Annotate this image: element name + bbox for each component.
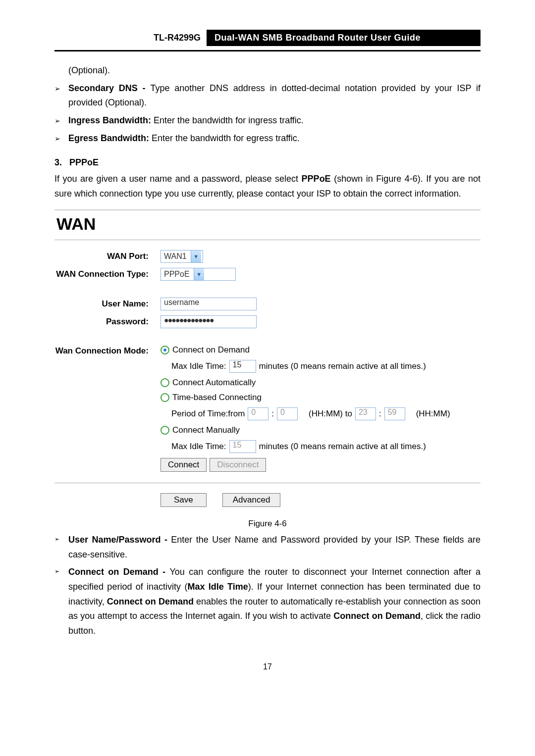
bullet-label: Connect on Demand - <box>68 567 169 577</box>
bullet-icon: ➢ <box>54 565 68 577</box>
label-conn-type: WAN Connection Type: <box>54 269 160 279</box>
row-conn-mode: Wan Connection Mode: Connect on Demand M… <box>54 345 481 512</box>
figure-caption: Figure 4-6 <box>54 519 481 529</box>
disconnect-button[interactable]: Disconnect <box>210 458 266 472</box>
section-title: PPPoE <box>69 157 99 167</box>
label-password: Password: <box>54 317 160 327</box>
input-max-idle-1[interactable]: 15 <box>229 360 256 373</box>
bullet-icon: ➢ <box>54 113 68 127</box>
radio-auto-label: Connect Automatically <box>172 378 256 388</box>
wan-panel: WAN WAN Port: WAN1 ▼ WAN Connection Type… <box>54 209 481 512</box>
input-password[interactable]: ●●●●●●●●●●●●● <box>160 315 257 328</box>
optional-line: (Optional). <box>68 63 481 78</box>
connect-buttons-row: Connect Disconnect <box>160 458 481 472</box>
radio-auto-row: Connect Automatically <box>160 378 481 388</box>
section-number-row: 3. PPPoE <box>54 157 481 168</box>
label-wan-port: WAN Port: <box>54 252 160 261</box>
bullet-icon: ➢ <box>54 533 68 545</box>
bullet-user-password: ➢ User Name/Password - Enter the User Na… <box>54 533 481 562</box>
radio-manual-label: Connect Manually <box>172 425 240 435</box>
bullet-connect-on-demand: ➢ Connect on Demand - You can configure … <box>54 565 481 638</box>
header-model: TL-R4299G <box>154 30 207 46</box>
wan-heading: WAN <box>54 210 481 240</box>
input-from-h[interactable]: 0 <box>248 407 268 420</box>
bullet-text: Enter the bandwidth for ingress traffic. <box>154 115 304 125</box>
radio-on-demand-row: Connect on Demand <box>160 345 481 355</box>
bullet-text: Enter the bandwidth for egress traffic. <box>152 133 300 143</box>
max-idle-label-2: Max Idle Time: <box>171 442 226 452</box>
select-value: PPPoE <box>161 270 194 279</box>
document-page: TL-R4299G Dual-WAN SMB Broadband Router … <box>0 0 535 701</box>
input-from-m[interactable]: 0 <box>277 407 298 420</box>
bullet-icon: ➢ <box>54 131 68 145</box>
input-username[interactable]: username <box>160 298 257 310</box>
on-demand-idle-row: Max Idle Time: 15 minutes (0 means remai… <box>171 360 481 373</box>
wan-separator-2 <box>54 483 481 483</box>
row-wan-port: WAN Port: WAN1 ▼ <box>54 250 481 263</box>
select-value: WAN1 <box>161 252 191 261</box>
bullet-label: User Name/Password - <box>68 535 171 545</box>
bullet-label: Secondary DNS - <box>68 83 150 93</box>
save-button[interactable]: Save <box>160 493 207 507</box>
section-paragraph: If you are given a user name and a passw… <box>54 172 481 201</box>
label-username: User Name: <box>54 299 160 309</box>
bullet-icon: ➢ <box>54 81 68 95</box>
select-conn-type[interactable]: PPPoE ▼ <box>160 268 236 281</box>
wan-separator <box>54 240 481 240</box>
advanced-button[interactable]: Advanced <box>222 493 281 507</box>
max-idle-label: Max Idle Time: <box>171 361 226 371</box>
input-to-m[interactable]: 59 <box>384 407 405 420</box>
section-number: 3. <box>54 157 62 167</box>
bullet-secondary-dns: ➢ Secondary DNS - Type another DNS addre… <box>54 81 481 110</box>
radio-auto[interactable] <box>160 378 169 387</box>
radio-manual-row: Connect Manually <box>160 425 481 435</box>
connect-button[interactable]: Connect <box>160 458 207 472</box>
radio-on-demand[interactable] <box>160 346 169 354</box>
chevron-down-icon: ▼ <box>191 251 201 262</box>
row-username: User Name: username <box>54 298 481 310</box>
select-wan-port[interactable]: WAN1 ▼ <box>160 250 203 263</box>
bullet-ingress: ➢ Ingress Bandwidth: Enter the bandwidth… <box>54 113 481 128</box>
radio-time-based-label: Time-based Connecting <box>172 393 262 403</box>
page-header: TL-R4299G Dual-WAN SMB Broadband Router … <box>54 30 481 46</box>
period-label: Period of Time:from <box>171 409 245 419</box>
input-max-idle-2[interactable]: 15 <box>229 440 256 453</box>
radio-on-demand-label: Connect on Demand <box>172 345 250 355</box>
manual-idle-row: Max Idle Time: 15 minutes (0 means remai… <box>171 440 481 453</box>
input-to-h[interactable]: 23 <box>355 407 376 420</box>
label-conn-mode: Wan Connection Mode: <box>54 345 160 356</box>
hhmm-end: (HH:MM) <box>416 409 450 419</box>
idle-hint: minutes (0 means remain active at all ti… <box>259 361 426 371</box>
bullet-label: Ingress Bandwidth: <box>68 115 154 125</box>
chevron-down-icon: ▼ <box>194 268 204 280</box>
row-conn-type: WAN Connection Type: PPPoE ▼ <box>54 268 481 281</box>
save-advanced-row: Save Advanced <box>160 493 481 507</box>
bullet-egress: ➢ Egress Bandwidth: Enter the bandwidth … <box>54 131 481 146</box>
bullet-label: Egress Bandwidth: <box>68 133 152 143</box>
row-password: Password: ●●●●●●●●●●●●● <box>54 315 481 328</box>
header-title: Dual-WAN SMB Broadband Router User Guide <box>207 30 481 46</box>
idle-hint-2: minutes (0 means remain active at all ti… <box>259 442 426 452</box>
page-number: 17 <box>54 662 481 671</box>
radio-time-based-row: Time-based Connecting <box>160 393 481 403</box>
hhmm-to: (HH:MM) to <box>309 409 352 419</box>
time-period-row: Period of Time:from 0 : 0 (HH:MM) to 23 … <box>171 407 481 420</box>
radio-manual[interactable] <box>160 426 169 435</box>
header-rule <box>54 50 481 51</box>
radio-time-based[interactable] <box>160 393 169 402</box>
